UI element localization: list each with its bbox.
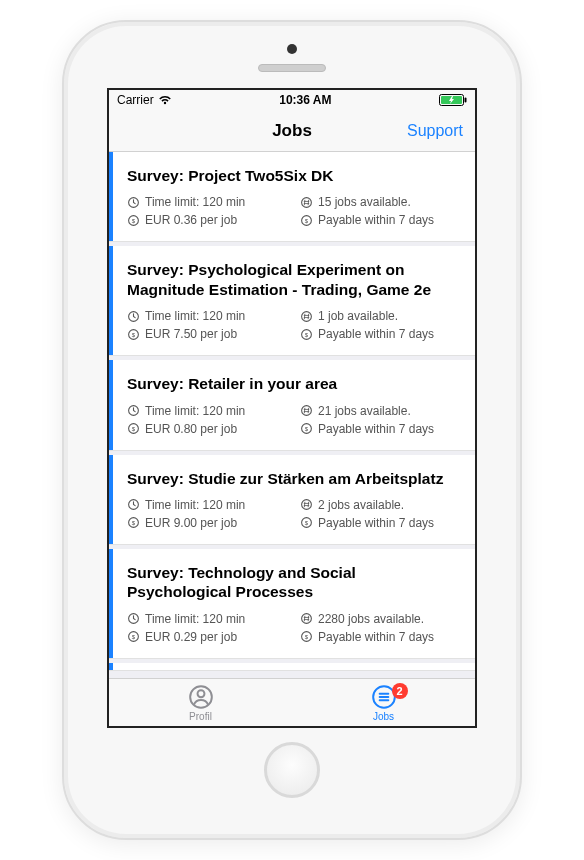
job-pay: $ EUR 9.00 per job [127,516,290,530]
job-title: Survey: Studie zur Stärken am Arbeitspla… [127,469,463,488]
job-pay: $ EUR 0.36 per job [127,213,290,227]
home-button[interactable] [264,742,320,798]
jobs-badge: 2 [392,683,408,699]
job-payable: $ Payable within 7 days [300,630,463,644]
svg-text:$: $ [132,426,136,432]
hash-icon [300,612,313,625]
hash-icon [300,196,313,209]
tab-profile[interactable]: Profil [109,679,292,726]
svg-text:$: $ [305,331,309,337]
job-pay: $ EUR 7.50 per job [127,327,290,341]
svg-point-4 [302,198,312,208]
carrier-label: Carrier [117,93,154,107]
job-time-limit: Time limit: 120 min [127,195,290,209]
job-card[interactable]: Survey: Studie zur Stärken am Arbeitspla… [109,455,475,545]
money-icon: $ [127,328,140,341]
jobs-list[interactable]: Survey: Project Two5Six DK Time limit: 1… [109,152,475,678]
money-icon: $ [300,422,313,435]
clock-icon [127,404,140,417]
clock-icon [127,310,140,323]
svg-point-16 [302,406,312,416]
job-payable: $ Payable within 7 days [300,327,463,341]
job-available: 1 job available. [300,309,463,323]
profile-icon [188,684,214,710]
job-time-limit: Time limit: 120 min [127,404,290,418]
support-button[interactable]: Support [407,122,463,140]
svg-point-10 [302,311,312,321]
svg-point-22 [302,500,312,510]
job-available: 15 jobs available. [300,195,463,209]
svg-text:$: $ [132,331,136,337]
svg-point-28 [302,614,312,624]
tab-jobs-label: Jobs [373,711,394,722]
svg-text:$: $ [305,426,309,432]
status-time: 10:36 AM [279,93,331,107]
status-bar: Carrier 10:36 AM [109,90,475,110]
job-available: 21 jobs available. [300,404,463,418]
job-payable: $ Payable within 7 days [300,516,463,530]
job-card[interactable]: Survey: Psychological Experiment on Magn… [109,246,475,356]
svg-text:$: $ [132,634,136,640]
job-title: Survey: Retailer in your area [127,374,463,393]
job-payable: $ Payable within 7 days [300,422,463,436]
wifi-icon [158,95,172,105]
job-title: Survey: Technology and Social Psychologi… [127,563,463,602]
money-icon: $ [300,214,313,227]
job-pay: $ EUR 0.80 per job [127,422,290,436]
hash-icon [300,404,313,417]
job-time-limit: Time limit: 120 min [127,612,290,626]
money-icon: $ [300,630,313,643]
svg-text:$: $ [305,218,309,224]
svg-rect-2 [464,98,466,103]
money-icon: $ [300,328,313,341]
job-available: 2280 jobs available. [300,612,463,626]
nav-bar: Jobs Support [109,110,475,152]
job-pay: $ EUR 0.29 per job [127,630,290,644]
job-time-limit: Time limit: 120 min [127,309,290,323]
tab-profile-label: Profil [189,711,212,722]
money-icon: $ [127,630,140,643]
tab-bar: Profil Jobs 2 [109,678,475,726]
hash-icon [300,310,313,323]
job-available: 2 jobs available. [300,498,463,512]
svg-text:$: $ [305,634,309,640]
svg-text:$: $ [305,520,309,526]
job-title: Survey: Psychological Experiment on Magn… [127,260,463,299]
job-card[interactable]: Survey: Retailer in your area Time limit… [109,360,475,450]
job-card[interactable]: Survey: Technology and Social Psychologi… [109,549,475,659]
money-icon: $ [300,516,313,529]
clock-icon [127,612,140,625]
job-title: Survey: Project Two5Six DK [127,166,463,185]
clock-icon [127,498,140,511]
tab-jobs[interactable]: Jobs 2 [292,679,475,726]
svg-text:$: $ [132,218,136,224]
svg-point-34 [197,690,204,697]
front-camera [287,44,297,54]
job-payable: $ Payable within 7 days [300,213,463,227]
clock-icon [127,196,140,209]
speaker-grill [258,64,326,72]
screen: Carrier 10:36 AM Jobs [107,88,477,728]
job-card[interactable]: Survey: Project Two5Six DK Time limit: 1… [109,152,475,242]
job-time-limit: Time limit: 120 min [127,498,290,512]
phone-frame: Carrier 10:36 AM Jobs [62,20,522,840]
battery-icon [439,94,467,106]
job-card-partial[interactable] [109,663,475,671]
hash-icon [300,498,313,511]
svg-text:$: $ [132,520,136,526]
money-icon: $ [127,516,140,529]
money-icon: $ [127,422,140,435]
money-icon: $ [127,214,140,227]
